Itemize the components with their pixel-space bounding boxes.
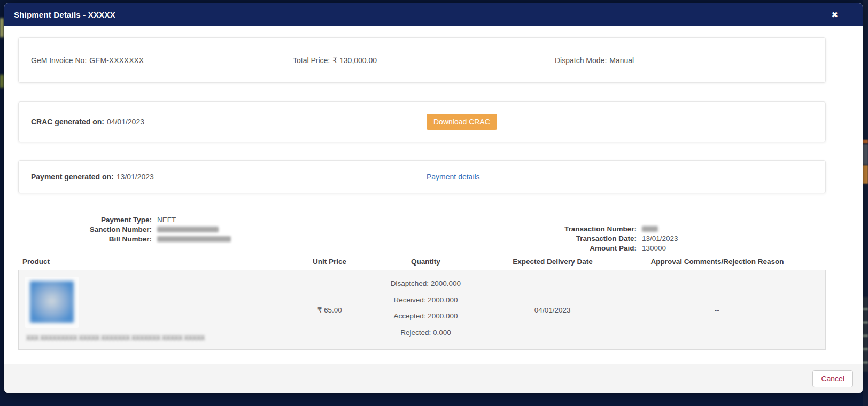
product-name-redacted: XXX XXXXXXXXX XXXXX XXXXXXX XXXXXXX XXXX… bbox=[26, 334, 205, 342]
transaction-date-label: Transaction Date: bbox=[508, 235, 637, 243]
expected-delivery-date-cell: 04/01/2023 bbox=[475, 270, 630, 349]
product-image[interactable] bbox=[30, 281, 74, 323]
payment-details-link[interactable]: Payment details bbox=[427, 173, 480, 181]
background-fragment bbox=[863, 140, 868, 143]
amount-paid-label: Amount Paid: bbox=[508, 244, 637, 252]
total-price: Total Price:₹ 130,000.00 bbox=[293, 56, 377, 65]
download-crac-button[interactable]: Download CRAC bbox=[427, 114, 497, 130]
background-fragment bbox=[863, 297, 868, 372]
background-fragment bbox=[863, 165, 868, 184]
crac-generated-date: 04/01/2023 bbox=[107, 118, 144, 126]
total-price-label: Total Price: bbox=[293, 56, 330, 65]
gem-invoice-value: GEM-XXXXXXX bbox=[89, 56, 144, 65]
dispatch-mode-label: Dispatch Mode: bbox=[555, 56, 607, 65]
payment-type-value: NEFT bbox=[157, 216, 176, 224]
gem-invoice-label: GeM Invoice No: bbox=[31, 56, 87, 65]
col-header-product: Product bbox=[18, 257, 283, 266]
modal-title: Shipment Details - XXXXX bbox=[14, 10, 115, 19]
quantity-cell: Disaptched: 2000.000 Received: 2000.000 … bbox=[376, 270, 475, 349]
payment-type-row: Payment Type: NEFT bbox=[18, 215, 231, 224]
product-cell: XXX XXXXXXXXX XXXXX XXXXXXX XXXXXXX XXXX… bbox=[19, 270, 283, 349]
modal-header: Shipment Details - XXXXX ✖ bbox=[4, 3, 863, 26]
amount-paid-value: 130000 bbox=[642, 244, 666, 252]
sanction-number-row: Sanction Number: bbox=[18, 224, 231, 234]
amount-paid-row: Amount Paid: 130000 bbox=[508, 243, 678, 253]
sanction-number-label: Sanction Number: bbox=[18, 225, 152, 233]
shipment-details-modal: Shipment Details - XXXXX ✖ GeM Invoice N… bbox=[4, 3, 863, 393]
transaction-date-value: 13/01/2023 bbox=[642, 235, 678, 243]
background-page-strip bbox=[863, 0, 868, 406]
transaction-date-row: Transaction Date: 13/01/2023 bbox=[508, 233, 678, 243]
payment-generated-date: 13/01/2023 bbox=[117, 173, 154, 181]
sanction-number-redacted-value bbox=[157, 227, 219, 232]
product-image-frame bbox=[25, 277, 79, 328]
payment-details-right-column: Transaction Number: Transaction Date: 13… bbox=[508, 224, 678, 253]
crac-generated-label: CRAC generated on: bbox=[31, 118, 104, 126]
dispatch-mode-value: Manual bbox=[609, 56, 634, 65]
payment-generated-on: Payment generated on:13/01/2023 bbox=[31, 173, 154, 181]
quantity-rejected: Rejected: 0.000 bbox=[400, 329, 451, 345]
table-row: XXX XXXXXXXXX XXXXX XXXXXXX XXXXXXX XXXX… bbox=[18, 270, 826, 350]
background-page-sliver bbox=[0, 75, 4, 88]
quantity-accepted: Accepted: 2000.000 bbox=[393, 312, 458, 329]
modal-footer: Cancel bbox=[4, 364, 863, 393]
payment-generated-label: Payment generated on: bbox=[31, 173, 114, 181]
bill-number-row: Bill Number: bbox=[18, 234, 231, 244]
bill-number-label: Bill Number: bbox=[18, 235, 152, 243]
cancel-button[interactable]: Cancel bbox=[812, 370, 853, 387]
product-table-header: Product Unit Price Quantity Expected Del… bbox=[18, 257, 826, 266]
total-price-value: ₹ 130,000.00 bbox=[332, 56, 377, 65]
background-page-sliver bbox=[0, 18, 4, 37]
quantity-dispatched: Disaptched: 2000.000 bbox=[391, 279, 461, 296]
background-fragment bbox=[863, 144, 868, 165]
unit-price-cell: ₹ 65.00 bbox=[283, 270, 376, 349]
close-icon[interactable]: ✖ bbox=[831, 11, 838, 19]
dispatch-mode: Dispatch Mode:Manual bbox=[555, 56, 634, 65]
col-header-unit-price: Unit Price bbox=[283, 257, 376, 266]
payment-type-label: Payment Type: bbox=[18, 216, 152, 224]
col-header-approval-comments: Approval Comments/Rejection Reason bbox=[630, 257, 826, 266]
transaction-number-redacted-value bbox=[642, 226, 658, 232]
invoice-summary-card: GeM Invoice No:GEM-XXXXXXX Total Price:₹… bbox=[18, 37, 826, 83]
approval-comments-cell: -- bbox=[630, 270, 825, 349]
transaction-number-label: Transaction Number: bbox=[508, 225, 637, 233]
payment-card: Payment generated on:13/01/2023 Payment … bbox=[18, 160, 826, 193]
crac-generated-on: CRAC generated on:04/01/2023 bbox=[31, 118, 144, 126]
gem-invoice-number: GeM Invoice No:GEM-XXXXXXX bbox=[31, 56, 144, 65]
col-header-quantity: Quantity bbox=[376, 257, 475, 266]
payment-details-left-column: Payment Type: NEFT Sanction Number: Bill… bbox=[18, 215, 231, 244]
col-header-expected-delivery-date: Expected Delivery Date bbox=[475, 257, 630, 266]
quantity-received: Received: 2000.000 bbox=[393, 296, 458, 313]
transaction-number-row: Transaction Number: bbox=[508, 224, 678, 233]
bill-number-redacted-value bbox=[157, 236, 231, 242]
crac-card: CRAC generated on:04/01/2023 Download CR… bbox=[18, 102, 826, 142]
